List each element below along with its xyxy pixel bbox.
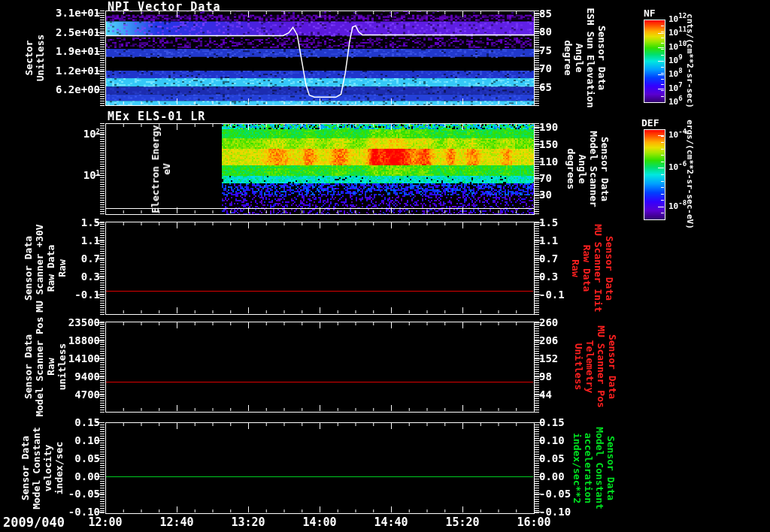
colorbar-tick-label: 1011 — [668, 28, 687, 38]
axis-label-left-els: Electron EnergyeV — [150, 125, 172, 213]
axis-label-left-velocity: Sensor DataModel Constantvelocityindex/s… — [20, 427, 65, 509]
colorbar-tick-label: 10-8 — [668, 201, 687, 211]
x-tick-label: 16:00 — [511, 515, 556, 529]
axis-label-right-scanpos: Sensor DataMU Scanner PosTelemetryUnitle… — [573, 325, 618, 408]
axis-label-left-mu30v: Sensor DataMU Scanner +30VRaw DataRaw — [23, 224, 68, 312]
axis-label-right-npi: Sensor DataESH Sun ElevationAngledegree — [562, 8, 608, 107]
axis-label-right-velocity: Sensor DataModel Constantaccelerationind… — [571, 427, 617, 509]
x-tick-label: 15:20 — [440, 515, 485, 529]
axis-label-right-mu30v: Sensor DataMU Scanner InitRaw DataRaw — [570, 224, 615, 312]
axis-label-left-scanpos: Sensor DataModel Scanner PosRawunitless — [23, 316, 68, 416]
colorbar-tick-label: 107 — [668, 83, 683, 93]
colorbar-tick-label: 106 — [668, 97, 683, 107]
x-tick-label: 14:00 — [297, 515, 342, 529]
plot-canvas — [0, 0, 770, 532]
x-tick-label: 12:00 — [83, 515, 128, 529]
colorbar-tick-label: 10-6 — [668, 162, 687, 172]
x-tick-label: 12:40 — [154, 515, 199, 529]
y-tick-label: 102 — [30, 128, 100, 140]
colorbar-tick-label: 108 — [668, 69, 683, 79]
panel-title-npi: NPI Vector Data — [108, 0, 220, 14]
colorbar-tick-label: 1010 — [668, 42, 687, 52]
x-tick-label: 14:40 — [368, 515, 414, 529]
colorbar-tick-label: 1012 — [668, 14, 687, 24]
y-tick-label: 101 — [30, 169, 100, 181]
plot-screen: NPI Vector Data MEx ELS-01 LR 2009/040 N… — [0, 0, 770, 532]
axis-label-left-npi: SectorUnitless — [23, 35, 46, 82]
colorbar-tick-label: 10-4 — [668, 130, 687, 140]
axis-label-right-els: Sensor DataModel ScannerAngledegrees — [565, 131, 611, 207]
colorbar-nf-label: NF — [644, 8, 656, 19]
y-tick-label: 6.2e+00 — [30, 83, 100, 95]
x-tick-label: 13:20 — [226, 515, 271, 529]
y-tick-label: 3.1e+01 — [30, 7, 100, 19]
colorbar-def-label: DEF — [641, 117, 659, 128]
panel-title-els: MEx ELS-01 LR — [108, 110, 205, 123]
colorbar-tick-label: 109 — [668, 56, 683, 65]
